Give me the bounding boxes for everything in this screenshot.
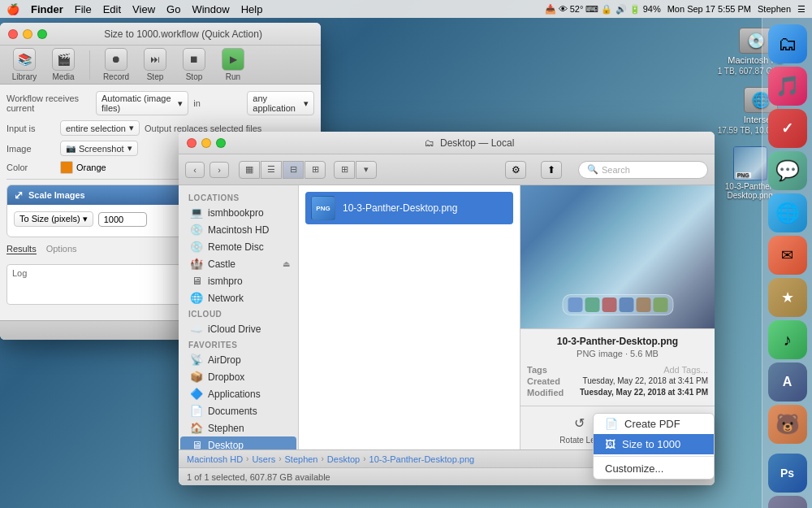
dock-app-itunes[interactable]: 🎵 xyxy=(768,67,807,106)
list-view-button[interactable]: ☰ xyxy=(261,161,282,179)
sidebar-item-ismhbookpro[interactable]: 💻 ismhbookpro xyxy=(180,204,296,221)
home-icon: 🏠 xyxy=(190,422,203,434)
options-tab[interactable]: Options xyxy=(46,244,77,254)
create-pdf-label: Create PDF xyxy=(624,418,680,430)
finder-minimize-button[interactable] xyxy=(201,138,211,148)
menu-help[interactable]: Help xyxy=(241,3,263,15)
sidebar-item-network[interactable]: 🌐 Network xyxy=(180,289,296,306)
context-menu-size-to-1000[interactable]: 🖼 Size to 1000 xyxy=(594,434,714,454)
sidebar-item-icloud-drive[interactable]: ☁️ iCloud Drive xyxy=(180,320,296,337)
dock-app-todoist[interactable]: ✓ xyxy=(768,109,807,148)
context-menu-customize[interactable]: Customize... xyxy=(594,458,714,479)
sort-button[interactable]: ⊞ xyxy=(334,161,355,179)
workflow-app-select[interactable]: any application ▾ xyxy=(247,91,314,115)
forward-button[interactable]: › xyxy=(209,162,229,178)
dock-app-iawriter[interactable]: A xyxy=(768,363,807,402)
sidebar-item-documents[interactable]: 📄 Documents xyxy=(180,402,296,419)
menubar-user[interactable]: Stephen xyxy=(758,4,791,14)
results-tab[interactable]: Results xyxy=(6,244,37,254)
sidebar-item-dropbox[interactable]: 📦 Dropbox xyxy=(180,368,296,385)
dock-app-photoshop[interactable]: Ps xyxy=(768,454,807,493)
finder-toolbar: ‹ › ▦ ☰ ⊟ ⊞ ⊞ ▾ ⚙ ⬆ 🔍 Search xyxy=(179,154,715,185)
dock-app-slack[interactable]: 💬 xyxy=(768,151,807,190)
sidebar-item-applications[interactable]: 🔷 Applications xyxy=(180,385,296,402)
add-tags-button[interactable]: Add Tags... xyxy=(663,365,708,375)
action-gear-button[interactable]: ⚙ xyxy=(505,161,526,179)
status-text: 1 of 1 selected, 607.87 GB available xyxy=(187,472,330,482)
library-button[interactable]: 📚 Library xyxy=(8,48,41,81)
search-placeholder[interactable]: Search xyxy=(602,165,630,175)
preview-dock-icon-6 xyxy=(653,297,667,312)
finder-zoom-button[interactable] xyxy=(216,138,226,148)
modified-label: Modified xyxy=(527,388,564,397)
run-button[interactable]: ▶ Run xyxy=(217,48,249,81)
workflow-input-value: Automatic (image files) xyxy=(102,93,175,113)
back-button[interactable]: ‹ xyxy=(185,162,205,178)
color-picker[interactable]: Orange xyxy=(60,161,106,174)
workflow-input-select[interactable]: Automatic (image files) ▾ xyxy=(96,91,188,115)
dock-app-finder[interactable]: 🗂 xyxy=(768,24,807,63)
breadcrumb-file[interactable]: 10-3-Panther-Desktop.png xyxy=(369,454,475,464)
locations-header: Locations xyxy=(179,190,298,204)
breadcrumb-desktop[interactable]: Desktop xyxy=(327,454,360,464)
sidebar-item-airdrop[interactable]: 📡 AirDrop xyxy=(180,351,296,368)
stop-button[interactable]: ⏹ Stop xyxy=(178,48,210,81)
color-label: Color xyxy=(6,163,55,172)
size-input[interactable] xyxy=(98,212,147,227)
eject-castle-button[interactable]: ⏏ xyxy=(283,259,290,268)
zoom-button[interactable] xyxy=(37,29,47,39)
breadcrumb-stephen[interactable]: Stephen xyxy=(285,454,318,464)
file-list-area: PNG 10-3-Panther-Desktop.png xyxy=(299,185,520,449)
step-button[interactable]: ⏭ Step xyxy=(139,48,171,81)
sidebar-item-stephen[interactable]: 🏠 Stephen xyxy=(180,419,296,436)
sidebar-item-macintoshhd[interactable]: 💿 Macintosh HD xyxy=(180,221,296,238)
menubar-notification[interactable]: ☰ xyxy=(797,4,806,15)
share-button[interactable]: ⬆ xyxy=(541,161,562,179)
close-button[interactable] xyxy=(8,29,18,39)
input-select[interactable]: entire selection ▾ xyxy=(60,120,140,136)
dock-app-tools[interactable]: ⚙ xyxy=(768,496,807,508)
dock-app-bear[interactable]: 🐻 xyxy=(768,405,807,444)
file-item-png[interactable]: PNG 10-3-Panther-Desktop.png xyxy=(305,192,513,224)
preview-dock-simulation xyxy=(562,294,673,315)
sidebar-item-ismhpro[interactable]: 🖥 ismhpro xyxy=(180,272,296,289)
size-type-select[interactable]: To Size (pixels) ▾ xyxy=(14,211,93,227)
preview-tags-row: Tags Add Tags... xyxy=(527,365,708,375)
menu-view[interactable]: View xyxy=(132,3,155,15)
sidebar-item-castle[interactable]: 🏰 Castle ⏏ xyxy=(180,255,296,272)
menu-go[interactable]: Go xyxy=(166,3,180,15)
finder-close-button[interactable] xyxy=(187,138,197,148)
finder-title-text: Desktop — Local xyxy=(440,137,514,149)
scale-icon: ⤢ xyxy=(14,189,24,202)
breadcrumb-users[interactable]: Users xyxy=(252,454,275,464)
png-icon: PNG xyxy=(311,196,335,220)
menu-edit[interactable]: Edit xyxy=(103,3,121,15)
image-select[interactable]: 📷 Screenshot ▾ xyxy=(60,141,138,156)
modified-value: Tuesday, May 22, 2018 at 3:41 PM xyxy=(580,388,708,397)
media-button[interactable]: 🎬 Media xyxy=(47,48,80,81)
menu-file[interactable]: File xyxy=(75,3,92,15)
menu-finder[interactable]: Finder xyxy=(31,3,63,15)
dock-app-chrome[interactable]: 🌐 xyxy=(768,193,807,232)
sidebar-item-desktop[interactable]: 🖥 Desktop xyxy=(180,436,296,449)
dock-app-spotify[interactable]: ♪ xyxy=(768,320,807,359)
context-menu-create-pdf[interactable]: 📄 Create PDF xyxy=(594,414,714,434)
breadcrumb-macintoshhd[interactable]: Macintosh HD xyxy=(187,454,243,464)
automator-toolbar: 📚 Library 🎬 Media ⏺ Record ⏭ Step ⏹ Stop… xyxy=(0,46,321,85)
preview-dock-icon-5 xyxy=(636,297,650,312)
column-view-button[interactable]: ⊟ xyxy=(283,161,304,179)
sidebar-label-remotedisc: Remote Disc xyxy=(208,241,264,253)
minimize-button[interactable] xyxy=(23,29,32,39)
menu-window[interactable]: Window xyxy=(192,3,229,15)
size-type-value: To Size (pixels) xyxy=(19,214,80,224)
apple-menu[interactable]: 🍎 xyxy=(6,3,19,15)
icon-view-button[interactable]: ▦ xyxy=(239,161,260,179)
sort-arrow[interactable]: ▾ xyxy=(356,161,377,179)
dock-app-reeder[interactable]: ★ xyxy=(768,278,807,317)
desktop-icon-sidebar: 🖥 xyxy=(190,439,203,449)
dock-app-spark[interactable]: ✉ xyxy=(768,236,807,275)
desktop-icon-small: 🖥 xyxy=(190,275,203,287)
sidebar-item-remotedisc[interactable]: 💿 Remote Disc xyxy=(180,238,296,255)
cover-flow-button[interactable]: ⊞ xyxy=(304,161,326,179)
record-button[interactable]: ⏺ Record xyxy=(100,48,132,81)
